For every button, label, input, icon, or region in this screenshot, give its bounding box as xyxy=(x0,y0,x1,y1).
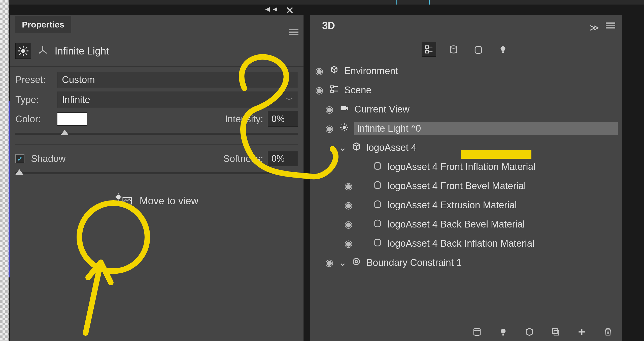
tree-label: Infinite Light ^0 xyxy=(357,123,421,134)
shadow-checkbox[interactable]: ✓ xyxy=(15,154,24,163)
constraint-icon xyxy=(351,257,362,269)
canvas-transparency-edge xyxy=(0,0,9,341)
svg-point-29 xyxy=(343,126,346,129)
svg-line-35 xyxy=(346,129,347,130)
trash-icon[interactable] xyxy=(602,326,614,338)
tree-material[interactable]: ◉ logoAsset 4 Front Inflation Material xyxy=(310,157,622,176)
svg-line-7 xyxy=(19,53,21,55)
svg-point-38 xyxy=(353,258,359,265)
svg-line-37 xyxy=(346,124,347,125)
material-icon xyxy=(372,161,383,173)
intensity-label: Intensity: xyxy=(225,114,263,125)
softness-label: Softness: xyxy=(223,153,263,164)
move-to-view-label: Move to view xyxy=(140,195,198,207)
coordinates-icon[interactable] xyxy=(37,45,49,57)
environment-icon xyxy=(329,65,340,77)
tree-infinite-light[interactable]: ◉ Infinite Light ^0 xyxy=(310,119,622,138)
expand-toggle-icon[interactable]: ⌄ xyxy=(339,142,346,153)
svg-rect-22 xyxy=(502,51,504,53)
svg-point-41 xyxy=(501,329,506,333)
svg-point-0 xyxy=(21,49,25,53)
tree-label: logoAsset 4 Back Inflation Material xyxy=(388,238,534,249)
3d-panel: 3D ≫ ◉ Environment ◉ Scene ◉ Current Vie… xyxy=(310,15,622,341)
tree-label: Environment xyxy=(344,66,398,76)
tree-current-view[interactable]: ◉ Current View xyxy=(310,100,622,119)
panel-bottom-bar xyxy=(471,326,614,338)
visibility-eye-icon[interactable]: ◉ xyxy=(343,200,353,211)
chevron-down-icon: ﹀ xyxy=(286,95,293,105)
scene-icon xyxy=(329,84,340,96)
preset-label: Preset: xyxy=(15,74,51,85)
filter-meshes-icon[interactable] xyxy=(446,42,461,57)
intensity-field[interactable]: 0% xyxy=(268,111,298,127)
tree-scene[interactable]: ◉ Scene xyxy=(310,80,622,100)
visibility-eye-icon[interactable]: ◉ xyxy=(314,84,324,96)
move-to-view-button[interactable]: Move to view xyxy=(15,184,298,218)
svg-rect-24 xyxy=(331,90,333,92)
tree-material[interactable]: ◉ logoAsset 4 Back Bevel Material xyxy=(310,215,622,234)
svg-line-8 xyxy=(26,47,27,49)
tree-material[interactable]: ◉ logoAsset 4 Front Bevel Material xyxy=(310,176,622,195)
color-label: Color: xyxy=(15,114,51,125)
mesh-icon xyxy=(351,142,362,154)
material-icon xyxy=(372,238,383,249)
material-icon xyxy=(372,199,383,211)
visibility-eye-icon[interactable]: ◉ xyxy=(343,180,353,191)
new-light-icon[interactable] xyxy=(497,326,510,338)
preset-dropdown[interactable]: Custom xyxy=(57,72,298,88)
color-swatch[interactable] xyxy=(57,112,87,126)
add-icon[interactable] xyxy=(575,326,588,338)
tree-material[interactable]: ◉ logoAsset 4 Back Inflation Material xyxy=(310,234,622,253)
softness-slider[interactable] xyxy=(15,172,298,174)
visibility-eye-icon[interactable]: ◉ xyxy=(343,238,353,249)
svg-rect-15 xyxy=(425,46,429,48)
svg-point-40 xyxy=(474,328,480,331)
filter-lights-icon[interactable] xyxy=(496,42,510,57)
tree-environment[interactable]: ◉ Environment xyxy=(310,61,622,80)
panel-tabs: 3D ≫ xyxy=(310,15,622,36)
svg-rect-44 xyxy=(554,330,559,335)
tree-label: logoAsset 4 Back Bevel Material xyxy=(388,219,525,230)
scene-tree: ◉ Environment ◉ Scene ◉ Current View ◉ I… xyxy=(310,61,622,272)
svg-rect-23 xyxy=(331,86,333,88)
slider-thumb[interactable] xyxy=(61,130,69,135)
shadow-label: Shadow xyxy=(31,153,65,164)
type-dropdown[interactable]: Infinite ﹀ xyxy=(57,92,298,108)
close-icon[interactable]: ✕ xyxy=(286,5,294,16)
intensity-slider[interactable] xyxy=(15,133,298,135)
visibility-eye-icon[interactable]: ◉ xyxy=(343,219,353,230)
tree-label: logoAsset 4 Front Bevel Material xyxy=(388,181,526,191)
tree-material[interactable]: ◉ logoAsset 4 Extrusion Material xyxy=(310,195,622,215)
more-icon[interactable]: ≫ xyxy=(590,22,599,33)
visibility-eye-icon[interactable]: ◉ xyxy=(314,65,324,76)
tree-boundary-constraint[interactable]: ◉ ⌄ Boundary Constraint 1 xyxy=(310,253,622,272)
ruler-marker xyxy=(396,0,397,5)
ruler-marker xyxy=(429,0,430,5)
filter-materials-icon[interactable] xyxy=(471,42,486,57)
tab-3d[interactable]: 3D xyxy=(315,16,342,35)
visibility-eye-icon[interactable]: ◉ xyxy=(324,123,334,134)
material-icon xyxy=(372,180,383,192)
duplicate-icon[interactable] xyxy=(549,326,562,338)
filter-bar xyxy=(310,36,622,61)
type-label: Type: xyxy=(15,94,51,105)
slider-thumb[interactable] xyxy=(15,169,23,175)
svg-line-36 xyxy=(342,129,342,130)
svg-line-6 xyxy=(26,53,27,55)
filter-scene-icon[interactable] xyxy=(422,42,436,57)
new-mesh-icon[interactable] xyxy=(523,326,536,338)
visibility-eye-icon[interactable]: ◉ xyxy=(324,257,334,268)
panel-menu-icon[interactable] xyxy=(606,22,615,29)
ruler xyxy=(9,0,644,5)
panel-menu-icon[interactable] xyxy=(289,29,298,35)
svg-rect-42 xyxy=(502,334,504,335)
light-icon[interactable] xyxy=(15,43,31,59)
tab-properties[interactable]: Properties xyxy=(15,16,71,33)
render-icon[interactable] xyxy=(471,326,483,338)
softness-field[interactable]: 0% xyxy=(268,151,298,166)
visibility-eye-icon[interactable]: ◉ xyxy=(324,104,334,115)
panel-collapse-icon[interactable]: ◄◄ xyxy=(264,5,279,13)
tree-label: Scene xyxy=(344,85,371,96)
tree-logoasset[interactable]: ◉ ⌄ logoAsset 4 xyxy=(310,138,622,157)
expand-toggle-icon[interactable]: ⌄ xyxy=(339,257,346,268)
